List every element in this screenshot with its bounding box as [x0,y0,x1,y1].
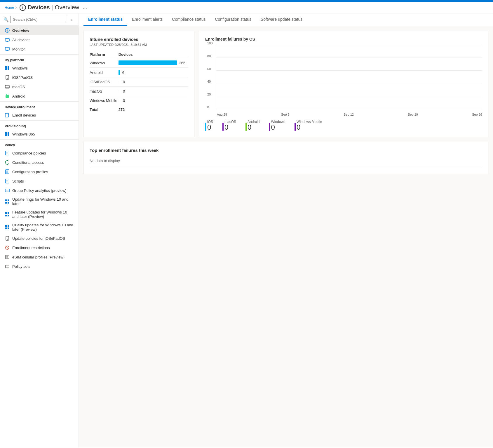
svg-rect-27 [8,132,9,134]
sidebar-section-by-platform: By platform [0,54,79,63]
devices-table: Platform Devices Windows266Android6iOS/i… [90,51,188,114]
devices-cell: |0 [119,87,188,96]
search-icon: 🔍 [4,17,8,22]
windows-mobile-legend-bar [295,123,296,131]
chart-x-labels: Aug 29 Sep 5 Sep 12 Sep 19 Sep 26 [217,112,482,117]
svg-rect-56 [8,228,9,229]
monitor-icon [5,46,10,52]
enrolled-devices-title: Intune enrolled devices [90,37,188,42]
platform-header: Platform [90,51,119,58]
svg-point-14 [7,78,8,79]
tab-compliance-status[interactable]: Compliance status [167,13,210,26]
sidebar-item-quality-updates[interactable]: Quality updates for Windows 10 and later… [0,221,79,234]
tab-configuration-status[interactable]: Configuration status [210,13,256,26]
header-more-button[interactable]: ... [83,4,87,11]
sidebar-item-esim-label: eSIM cellular profiles (Preview) [12,255,65,259]
windows-legend-bar [269,123,270,131]
sidebar-item-macos-label: macOS [12,85,25,89]
sidebar-item-policy-sets-label: Policy sets [12,264,30,269]
total-value: 272 [119,105,188,114]
sidebar-item-enroll-devices-label: Enroll devices [12,113,36,117]
sidebar-item-esim[interactable]: eSIM cellular profiles (Preview) [0,252,79,262]
ios-legend-count: 0 [207,124,213,131]
sidebar-item-enrollment-restrictions-label: Enrollment restrictions [12,246,50,250]
bar-container: 266 [119,60,188,65]
svg-rect-54 [8,225,9,227]
devices-cell: 266 [119,58,188,68]
svg-rect-47 [5,202,7,204]
conditional-access-icon [5,160,10,165]
header-info-icon: i [20,4,26,11]
header: Home > i Devices | Overview ... [0,2,493,13]
feature-updates-icon [5,212,10,217]
sidebar-collapse-button[interactable]: « [68,16,75,23]
svg-rect-10 [5,68,7,70]
enrollment-failures-card: Enrollment failures by OS 100 80 60 40 2… [199,31,488,137]
table-row: Android6 [90,68,188,77]
sidebar-item-android[interactable]: Android [0,91,79,101]
sidebar-item-compliance-policies[interactable]: Compliance policies [0,148,79,158]
svg-rect-5 [5,47,9,50]
content-body: Intune enrolled devices LAST UPDATED 9/2… [79,26,493,142]
tab-enrollment-status[interactable]: Enrollment status [83,13,127,26]
sidebar-item-enroll-devices[interactable]: Enroll devices [0,110,79,120]
platform-cell: Android [90,68,119,77]
search-input[interactable] [10,16,66,23]
windows-365-icon [5,131,10,137]
device-count: 0 [123,89,125,93]
breadcrumb-home[interactable]: Home [5,6,14,10]
svg-rect-61 [6,255,9,259]
table-row: macOS|0 [90,87,188,96]
platform-cell: Windows [90,58,119,68]
sidebar-item-group-policy[interactable]: Group Policy analytics (preview) [0,186,79,195]
bar-container: 6 [119,70,188,75]
sidebar-section-provisioning: Provisioning [0,120,79,129]
ios-legend-bar [205,123,206,131]
sidebar-item-update-rings[interactable]: Update rings for Windows 10 and later [0,195,79,208]
ios-icon [5,75,10,80]
sidebar-item-conditional-access[interactable]: Conditional access [0,158,79,167]
svg-rect-46 [8,199,9,201]
sidebar-item-windows-365[interactable]: Windows 365 [0,129,79,139]
sidebar-item-windows[interactable]: Windows [0,63,79,73]
enrolled-devices-card: Intune enrolled devices LAST UPDATED 9/2… [83,31,194,137]
sidebar-item-scripts[interactable]: Scripts [0,176,79,186]
sidebar-item-ios-updates[interactable]: Update policies for iOS/iPadOS [0,234,79,243]
sidebar-item-overview[interactable]: i Overview [0,26,79,35]
sidebar-item-feature-updates-label: Feature updates for Windows 10 and later… [12,210,74,219]
sidebar-item-macos[interactable]: macOS [0,82,79,91]
svg-rect-51 [5,215,7,216]
svg-rect-52 [8,215,9,216]
svg-rect-8 [5,66,7,68]
svg-rect-48 [8,202,9,204]
windows-icon [5,65,10,71]
sidebar-item-quality-updates-label: Quality updates for Windows 10 and later… [12,223,74,232]
chart-area: 100 80 60 40 20 0 [216,45,482,109]
sidebar-item-compliance-label: Compliance policies [12,151,46,155]
header-separator: | [52,4,53,11]
sidebar-item-feature-updates[interactable]: Feature updates for Windows 10 and later… [0,208,79,221]
svg-rect-26 [5,132,7,134]
sidebar-item-monitor[interactable]: Monitor [0,44,79,54]
bar-container: |0 [119,80,188,84]
android-legend-bar [245,123,247,131]
svg-rect-50 [8,212,9,214]
sidebar-item-enrollment-restrictions[interactable]: Enrollment restrictions [0,243,79,252]
legend-ios: iOS 0 [205,120,213,131]
sidebar-item-configuration-profiles[interactable]: Configuration profiles [0,167,79,176]
tab-software-update-status[interactable]: Software update status [256,13,307,26]
tab-enrollment-alerts[interactable]: Enrollment alerts [127,13,167,26]
legend-android: Android 0 [245,120,259,131]
overview-icon: i [5,28,10,33]
devices-cell: 6 [119,68,188,77]
platform-cell: iOS/iPadOS [90,77,119,87]
sidebar-item-scripts-label: Scripts [12,179,24,183]
table-row: Windows266 [90,58,188,68]
sidebar-item-all-devices[interactable]: All devices [0,35,79,44]
macos-legend-count: 0 [224,124,236,131]
sidebar-item-group-policy-label: Group Policy analytics (preview) [12,188,67,193]
ios-updates-icon [5,236,10,241]
bar-container: |0 [119,89,188,93]
sidebar-item-policy-sets[interactable]: Policy sets [0,262,79,271]
sidebar-item-ios[interactable]: iOS/iPadOS [0,73,79,82]
